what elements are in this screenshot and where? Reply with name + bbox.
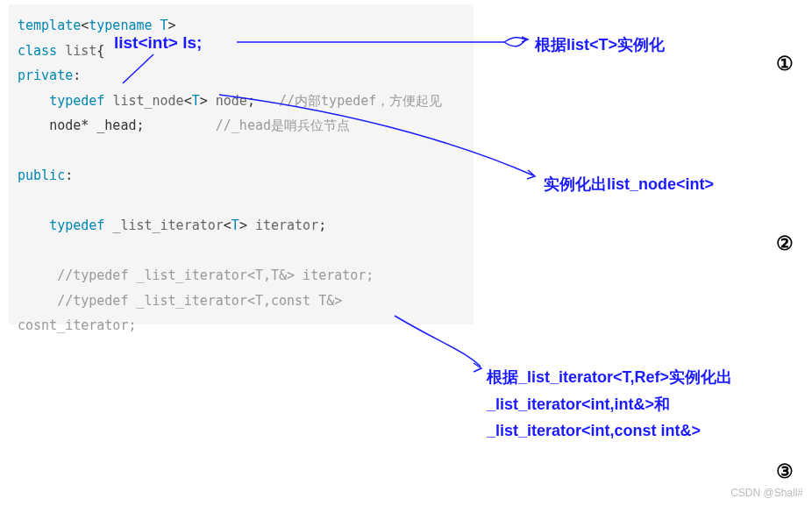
code-line-9: //typedef _list_iterator<T,const T&> cos… — [18, 289, 465, 339]
arrow-3-head — [474, 363, 481, 372]
marker-3: ③ — [776, 460, 794, 483]
code-line-2: class list{ — [18, 39, 465, 64]
code-line-4: typedef list_node<T> node; //内部typedef，方… — [18, 89, 465, 114]
arrow-1-head — [522, 37, 528, 42]
keyword-typename: typename — [89, 18, 152, 33]
keyword-private: private — [18, 68, 73, 83]
arrow-1-curve-top — [504, 38, 526, 42]
comment-iter-2: //typedef _list_iterator<T,const T&> cos… — [18, 293, 342, 334]
code-line-blank2 — [18, 189, 465, 214]
comment-head: //_head是哨兵位节点 — [216, 118, 350, 133]
code-line-3: private: — [18, 63, 465, 89]
code-line-6: public: — [18, 163, 465, 189]
watermark: CSDN @Shall# — [730, 487, 803, 499]
annotation-3-line-2: _list_iterator<int,int&>和 — [487, 391, 732, 418]
code-line-7: typedef _list_iterator<T> iterator; — [18, 213, 465, 239]
arrow-2-head — [527, 170, 535, 179]
code-line-blank1 — [18, 139, 465, 164]
alias-node: node — [216, 93, 247, 109]
comment-inner-typedef: //内部typedef，方便起见 — [279, 93, 442, 109]
keyword-template: template — [18, 18, 81, 33]
annotation-3: 根据_list_iterator<T,Ref>实例化出 _list_iterat… — [487, 364, 732, 445]
annotation-2: 实例化出list_node<int> — [544, 171, 714, 198]
marker-2: ② — [776, 232, 794, 255]
type-node-ptr: node* — [49, 118, 89, 133]
alias-iterator: iterator — [255, 217, 318, 233]
type-list-iterator: _list_iterator — [112, 217, 223, 233]
keyword-typedef-2: typedef — [49, 217, 104, 233]
keyword-typedef: typedef — [49, 93, 104, 109]
member-head: _head — [96, 118, 136, 133]
code-line-blank3 — [18, 239, 465, 264]
type-list-node: list_node — [112, 93, 183, 109]
annotation-3-line-3: _list_iterator<int,const int&> — [487, 417, 732, 445]
annotation-1: 根据list<T>实例化 — [535, 32, 665, 59]
annotation-3-line-1: 根据_list_iterator<T,Ref>实例化出 — [487, 364, 732, 391]
overlay-list-int: list<int> ls; — [114, 33, 202, 53]
marker-1: ① — [776, 53, 794, 75]
code-line-1: template<typename T> — [18, 13, 465, 39]
template-param-T: T — [160, 18, 168, 33]
keyword-public: public — [18, 167, 65, 183]
code-line-5: node* _head; //_head是哨兵位节点 — [18, 113, 465, 139]
comment-iter-1: //typedef _list_iterator<T,T&> iterator; — [57, 267, 374, 283]
keyword-class: class — [18, 43, 57, 59]
code-line-8: //typedef _list_iterator<T,T&> iterator; — [18, 263, 465, 289]
code-block: template<typename T> class list{ private… — [9, 4, 474, 324]
class-name-list: list — [65, 43, 96, 59]
arrow-1-curve-bot — [504, 39, 526, 46]
